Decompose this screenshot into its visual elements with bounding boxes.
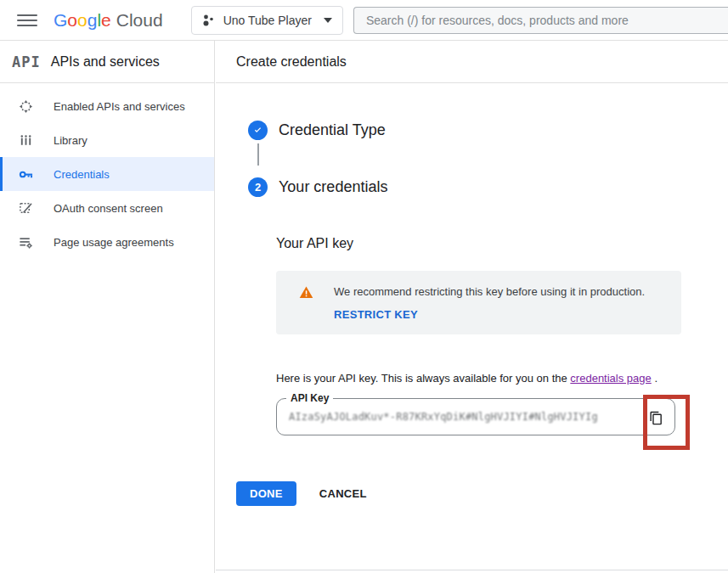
step-your-credentials: 2 Your credentials [248, 177, 708, 197]
sidebar-header: API APIs and services [0, 41, 214, 83]
restrict-key-link[interactable]: RESTRICT KEY [334, 308, 418, 321]
chevron-down-icon [324, 18, 332, 23]
cancel-button[interactable]: CANCEL [319, 487, 367, 500]
sidebar-item-label: Page usage agreements [54, 236, 174, 249]
api-key-field[interactable]: API Key AIzaSyAJOLadKuv*-R87KRxYqDiK#Nlg… [276, 398, 675, 435]
search-input[interactable] [353, 7, 728, 34]
sidebar-item-page-usage[interactable]: Page usage agreements [0, 225, 214, 259]
step-label: Your credentials [279, 178, 387, 196]
done-button[interactable]: DONE [236, 481, 296, 506]
key-icon [19, 167, 33, 182]
logo-cloud-text: Cloud [116, 10, 163, 31]
content-bottom-divider [216, 570, 728, 570]
stepper-connector-line [257, 143, 259, 166]
action-buttons: DONE CANCEL [236, 481, 708, 506]
sidebar-item-label: Library [54, 134, 87, 147]
sidebar-item-label: Enabled APIs and services [54, 100, 185, 113]
sidebar-item-label: OAuth consent screen [54, 202, 163, 215]
sidebar: API APIs and services Enabled APIs and s… [0, 41, 215, 573]
step-complete-check-icon [248, 121, 268, 140]
description-suffix: . [652, 372, 657, 385]
warning-icon [299, 285, 313, 300]
warning-text: We recommend restricting this key before… [334, 285, 645, 298]
description-text: Here is your API key. This is always ava… [276, 372, 570, 385]
copy-button[interactable] [641, 403, 670, 432]
top-bar: G o o g l e Cloud Uno Tube Player [0, 0, 728, 41]
google-cloud-logo: G o o g l e Cloud [54, 10, 163, 31]
apis-icon [19, 99, 33, 114]
sidebar-item-enabled-apis[interactable]: Enabled APIs and services [0, 89, 214, 123]
logo-letter: g [87, 10, 98, 31]
api-key-field-wrapper: API Key AIzaSyAJOLadKuv*-R87KRxYqDiK#Nlg… [276, 398, 675, 435]
api-logo-icon: API [12, 53, 41, 70]
sidebar-title: APIs and services [51, 54, 160, 70]
warning-banner: We recommend restricting this key before… [276, 271, 681, 334]
step-credential-type[interactable]: Credential Type [248, 121, 708, 140]
main-panel: Create credentials Credential Type 2 You… [216, 41, 728, 573]
page-title: Create credentials [236, 54, 347, 70]
sidebar-item-label: Credentials [54, 168, 110, 181]
api-key-value[interactable]: AIzaSyAJOLadKuv*-R87KRxYqDiK#NlgHVJIYI#N… [289, 411, 598, 423]
agreements-icon [19, 235, 33, 250]
sidebar-item-credentials[interactable]: Credentials [0, 157, 214, 191]
step-number-badge: 2 [248, 177, 268, 197]
sidebar-item-oauth-consent[interactable]: OAuth consent screen [0, 191, 214, 225]
project-selector[interactable]: Uno Tube Player [191, 6, 343, 35]
logo-letter: e [101, 10, 111, 31]
logo-letter: G [54, 10, 67, 31]
copy-icon [649, 411, 663, 425]
logo-letter: o [77, 10, 87, 31]
section-heading: Your API key [276, 236, 708, 251]
step-label: Credential Type [279, 121, 386, 139]
api-key-description: Here is your API key. This is always ava… [276, 372, 708, 385]
consent-icon [19, 201, 33, 216]
logo-letter: o [67, 10, 77, 31]
project-name: Uno Tube Player [223, 14, 312, 27]
credentials-page-link[interactable]: credentials page [570, 372, 651, 385]
api-key-field-label: API Key [286, 392, 333, 404]
page-title-bar: Create credentials [216, 41, 728, 83]
hamburger-menu-icon[interactable] [17, 10, 37, 31]
library-icon [19, 133, 33, 148]
sidebar-item-library[interactable]: Library [0, 123, 214, 157]
project-icon [202, 14, 215, 27]
